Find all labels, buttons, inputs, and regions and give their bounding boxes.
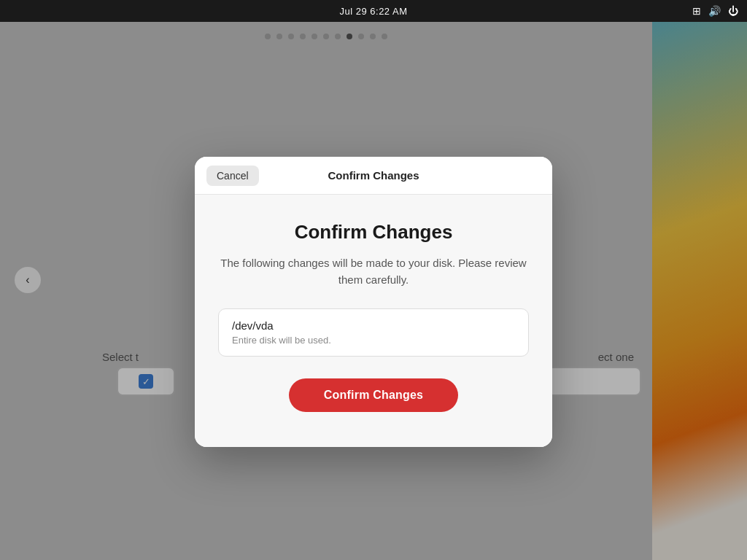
modal-description: The following changes will be made to yo… xyxy=(218,255,529,288)
confirm-changes-modal: Cancel Confirm Changes Confirm Changes T… xyxy=(195,157,552,447)
volume-icon: 🔊 xyxy=(708,5,721,17)
cancel-button[interactable]: Cancel xyxy=(206,166,259,186)
disk-info-box: /dev/vda Entire disk will be used. xyxy=(218,308,529,357)
modal-overlay: Cancel Confirm Changes Confirm Changes T… xyxy=(0,0,747,560)
statusbar: Jul 29 6:22 AM ⊞ 🔊 ⏻ xyxy=(0,0,747,22)
power-icon: ⏻ xyxy=(728,5,738,17)
statusbar-datetime: Jul 29 6:22 AM xyxy=(340,6,408,17)
network-icon: ⊞ xyxy=(692,5,701,17)
modal-header-title: Confirm Changes xyxy=(328,169,419,182)
confirm-changes-button[interactable]: Confirm Changes xyxy=(289,378,458,412)
modal-header: Cancel Confirm Changes xyxy=(195,157,552,195)
disk-device-name: /dev/vda xyxy=(232,319,515,332)
statusbar-icons: ⊞ 🔊 ⏻ xyxy=(692,5,738,17)
modal-title: Confirm Changes xyxy=(295,221,453,244)
disk-description: Entire disk will be used. xyxy=(232,335,515,346)
modal-body: Confirm Changes The following changes wi… xyxy=(195,195,552,447)
